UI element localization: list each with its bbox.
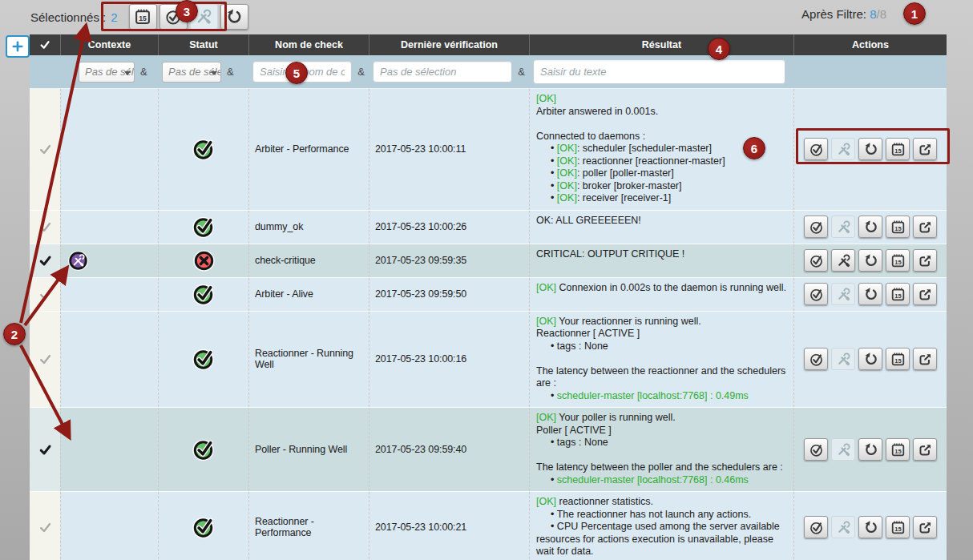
row-action-acknowledge-button[interactable] [804,348,828,370]
row-select-check[interactable] [30,312,60,408]
calendar-15-icon: 15 [890,142,906,157]
filter-cell [529,55,793,88]
row-action-export-button[interactable] [913,438,937,461]
row-action-calendar-15-button[interactable]: 15 [886,216,910,238]
selected-count: 2 [111,10,117,24]
row-action-undo-button[interactable] [858,249,882,272]
statut-cell [158,278,248,311]
statut-filter-select[interactable]: Pas de sélection [162,62,221,83]
row-action-calendar-15-button[interactable]: 15 [886,348,910,370]
row-action-export-button[interactable] [913,216,937,238]
filter-cell: Pas de sélection& [60,55,158,88]
row-action-undo-button[interactable] [858,516,882,538]
resultat-filter-input[interactable] [533,59,785,84]
row-action-undo-button[interactable] [858,216,882,238]
row-action-calendar-15-button[interactable]: 15 [886,283,910,305]
filter-cell: & [248,55,369,88]
actions-cell: 15 [793,278,947,311]
result-line: The latency between the poller and the s… [536,461,787,474]
row-select-check[interactable] [30,244,60,277]
status-ok-icon [192,438,216,461]
row-action-export-button[interactable] [913,516,937,538]
row-action-undo-button[interactable] [858,138,882,160]
result-line [536,449,787,462]
row-action-undo-button[interactable] [858,348,882,370]
table-row: check-critique2017-05-23 09:59:35CRITICA… [30,244,947,278]
result-cell: CRITICAL: OUTPUT CRITIQUE ! [529,244,793,277]
acknowledge-icon [809,352,824,367]
result-line: • scheduler-master [localhost:7768] : 0.… [536,474,787,487]
row-action-export-button[interactable] [913,283,937,305]
row-action-acknowledge-button[interactable] [804,138,828,160]
toolbar-undo-button[interactable] [220,4,248,30]
acknowledge-icon [809,253,824,268]
column-header-nom-de-check[interactable]: Nom de check [248,34,369,55]
filter-joiner: & [140,66,147,78]
svg-text:15: 15 [139,14,147,22]
after-filter-total: /8 [876,7,886,21]
row-action-acknowledge-button[interactable] [804,283,828,305]
column-header-r-sultat[interactable]: Résultat [529,34,793,55]
tools-icon [195,8,212,26]
row-select-check[interactable] [30,408,60,491]
acknowledge-icon [809,442,824,457]
derniere-verification-filter-input[interactable] [373,61,512,83]
row-action-export-button[interactable] [913,138,937,160]
header-select-all[interactable] [30,34,60,55]
row-action-tools-button [831,216,855,238]
table-row: Arbiter - Performance2017-05-23 10:00:11… [30,89,947,211]
toolbar-calendar-15-button[interactable]: 15 [129,4,157,30]
column-header-derni-re-v-rification[interactable]: Dernière vérification [369,34,529,55]
calendar-15-icon: 15 [890,520,906,535]
statut-cell [158,492,248,560]
contexte-filter-select[interactable]: Pas de sélection [79,62,135,83]
statut-cell [158,312,248,408]
check-name: Arbiter - Alive [248,278,369,311]
row-action-acknowledge-button[interactable] [804,216,828,238]
result-line: • tags : None [536,340,787,353]
export-icon [918,220,933,235]
undo-icon [863,287,878,302]
row-action-undo-button[interactable] [858,438,882,461]
calendar-15-icon: 15 [890,253,906,268]
row-action-calendar-15-button[interactable]: 15 [886,138,910,160]
result-line: • The reactionner has not launch any act… [536,509,787,522]
result-line: • [OK]: reactionner [reactionner-master] [536,155,787,168]
contexte-cell [60,312,158,408]
check-icon [38,288,52,301]
contexte-cell [60,408,158,491]
after-filter-label: Après Filtre: [801,7,866,21]
row-select-check[interactable] [30,211,60,244]
checks-table: ContexteStatutNom de checkDernière vérif… [30,34,947,560]
row-action-calendar-15-button[interactable]: 15 [886,438,910,461]
add-panel-button[interactable] [6,35,30,58]
column-header-statut[interactable]: Statut [158,34,248,55]
nom-de-check-filter-input[interactable] [252,61,352,83]
row-action-calendar-15-button[interactable]: 15 [886,249,910,272]
row-action-tools-button [831,348,855,370]
column-header-actions[interactable]: Actions [793,34,947,55]
filter-joiner: & [227,66,234,78]
check-name: dummy_ok [248,211,369,244]
result-cell: [OK] Your poller is running well.Poller … [529,408,793,491]
row-action-export-button[interactable] [913,348,937,370]
row-select-check[interactable] [30,492,60,560]
row-select-check[interactable] [30,278,60,311]
row-action-tools-button[interactable] [831,249,855,272]
row-action-undo-button[interactable] [858,283,882,305]
selected-counter: Sélectionnés : 2 15 [30,4,248,30]
row-select-check[interactable] [30,89,60,210]
result-line: OK: ALL GREEEEEEN! [536,215,787,228]
svg-text:15: 15 [894,292,901,300]
column-header-contexte[interactable]: Contexte [60,34,158,55]
row-action-acknowledge-button[interactable] [804,249,828,272]
row-action-calendar-15-button[interactable]: 15 [886,516,910,538]
row-action-acknowledge-button[interactable] [804,438,828,461]
last-check-time: 2017-05-23 09:59:40 [369,408,529,491]
export-icon [918,287,933,302]
row-action-acknowledge-button[interactable] [804,516,828,538]
result-line: • [OK]: broker [broker-master] [536,180,787,193]
row-action-export-button[interactable] [913,249,937,272]
toolbar-acknowledge-button[interactable] [159,4,188,30]
export-icon [918,352,933,367]
